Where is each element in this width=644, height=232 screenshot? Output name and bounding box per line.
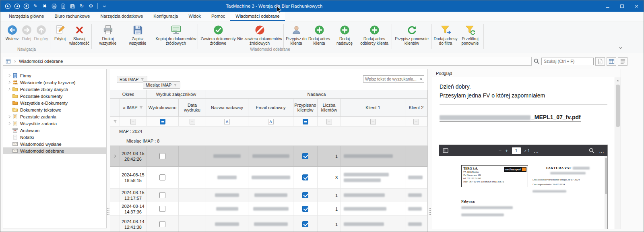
scroll-up-icon[interactable] [615,78,621,83]
document-icon[interactable] [59,2,67,10]
header-data-imap[interactable]: a IMAP [120,99,147,117]
assigned-checkbox[interactable] [302,153,308,159]
header-klient-2[interactable]: Klient 2 [405,99,427,117]
do-gory-button[interactable]: Do góry [33,23,49,41]
up-icon[interactable] [22,2,30,10]
header-data-wydru ku[interactable]: Data wydruku [179,99,206,117]
sidebar-item-pozostale-zadania[interactable]: Pozostałe zadania [3,113,106,120]
refresh-icon[interactable]: ↻ [78,2,86,10]
filter-cell[interactable] [179,117,206,126]
sidebar-item-dokumenty-tekstowe[interactable]: Dokumenty tekstowe [3,106,106,113]
dodaj-adres-klienta-button[interactable]: Dodaj adres klienta [308,23,331,46]
filter-cell[interactable] [405,117,427,126]
nie-zawiera-dokumentow-button[interactable]: Nie zawiera dokumentów źródłowych [237,23,282,46]
band-wydruk[interactable]: Wydruk załączników [147,90,206,99]
filter-cell[interactable] [318,117,341,126]
sidebar-item-archiwum[interactable]: Archiwum [3,127,106,134]
maximize-button[interactable] [615,0,629,12]
printed-checkbox[interactable] [159,153,165,159]
zawiera-dokumenty-button[interactable]: Zawiera dokumenty źródłowe [199,23,237,46]
filter-checkbox-indeterminate[interactable] [303,119,308,124]
open-document-button[interactable] [595,57,605,66]
header-nazwa-nadawcy[interactable]: Nazwa nadawcy [206,99,248,117]
expand-chevron-icon[interactable] [6,80,12,85]
filter-none-icon[interactable] [326,119,332,124]
tab-konfiguracja[interactable]: Konfiguracja [148,12,183,21]
table-row[interactable]: 2024-08-1414:37:36 1 [110,202,427,216]
ribbon-collapse-icon[interactable] [617,45,624,51]
sidebar-item-pozostale-dokumenty[interactable]: Pozostałe dokumenty [3,93,106,99]
filter-cell[interactable] [147,117,179,126]
zoom-out-icon[interactable]: − [498,148,502,153]
dalej-button[interactable]: Dalej [20,23,33,41]
assigned-checkbox[interactable] [302,192,308,198]
dodaj-adresy-do-filtra-button[interactable]: Dodaj adresy do filtra [433,23,458,46]
breadcrumb[interactable]: Wiadomości odebrane [3,57,532,66]
printed-checkbox[interactable] [159,174,165,180]
sidebar-item-wlasciciele[interactable]: Właściciele (osoby fizyczne) [3,79,106,86]
forward-icon[interactable] [13,2,21,10]
sidebar-item-e-dokumenty[interactable]: Wszystkie e-Dokumenty [3,99,106,106]
search-icon[interactable] [420,77,423,82]
printed-checkbox[interactable] [159,206,165,212]
filter-icon[interactable] [140,77,144,82]
przypisz-ponownie-button[interactable]: Przypisz ponownie klientów [393,23,430,46]
band-nadawca[interactable]: Nadawca [206,90,427,99]
zapisz-zalaczniki-button[interactable]: Zapisz wszystkie załączniki [123,23,153,46]
sidebar-item-wiadomosci-odebrane[interactable]: Wiadomości odebrane [3,147,106,154]
filter-none-icon[interactable] [190,119,195,124]
pdf-menu-icon[interactable]: … [599,148,604,153]
dodaj-adres-odbiorcy-button[interactable]: Dodaj adres odbiorcy klienta [358,23,390,46]
global-search-input[interactable] [541,58,594,65]
grid-search-input[interactable] [363,77,420,81]
group-chip-miesiac-imap[interactable]: Miesiąc IMAP [143,81,180,89]
assigned-checkbox[interactable] [302,206,308,212]
list-view-button[interactable] [618,57,627,66]
sidebar-item-notatki[interactable]: Notatki [3,134,106,141]
tab-biuro-rachunkowe[interactable]: Biuro rachunkowe [49,12,95,21]
edit-icon[interactable]: ✎ [31,2,39,10]
tab-widok[interactable]: Widok [183,12,206,21]
printed-checkbox[interactable] [159,221,165,227]
kopiuj-do-dokumentow-button[interactable]: Kopiuj do dokumentów źródłowych [155,23,196,46]
wstecz-button[interactable]: Wstecz [4,23,20,41]
attachment-link[interactable]: _MEPL1_07_fv.pdf [440,114,581,122]
band-okres[interactable]: Okres [110,90,147,99]
assigned-checkbox[interactable] [302,174,308,180]
print-icon[interactable] [50,2,58,10]
close-button[interactable] [629,0,644,12]
filter-cell[interactable] [341,117,405,126]
skasuj-wiadomosc-button[interactable]: Skasuj wiadomość [68,23,90,46]
expand-chevron-icon[interactable] [6,73,12,79]
minimize-button[interactable] [600,0,615,12]
tab-narzedzia-dodatkowe[interactable]: Narzędzia dodatkowe [95,12,149,21]
table-row[interactable]: 2024-08-1520:42:26 1 [110,146,427,167]
drukuj-zalaczniki-button[interactable]: Drukuj wszystkie załączniki [93,23,123,46]
splitter-handle[interactable] [428,207,432,217]
filter-checkbox-indeterminate[interactable] [160,119,165,124]
filter-icon[interactable] [173,83,178,87]
sidebar-item-pozostale-zbiory[interactable]: Pozostałe zbiory danych [3,86,106,93]
przefiltruj-ponownie-button[interactable]: Przefiltruj ponownie [458,23,482,46]
filter-text-icon[interactable] [224,119,230,124]
pdf-page-input[interactable] [512,147,521,154]
tab-narzedzia-glowne[interactable]: Narzędzia główne [4,12,49,21]
tab-pomoc[interactable]: Pomoc [206,12,230,21]
filter-text-icon[interactable] [268,119,274,124]
header-email-nadawcy[interactable]: Email nadawcy [248,99,293,117]
pdf-sidebar-toggle-icon[interactable] [442,147,449,154]
filter-icon[interactable] [139,106,143,110]
group-row-rok[interactable]: MAP : 2024 [110,126,427,136]
filter-cell[interactable] [293,117,318,126]
delete-icon[interactable]: ✖ [41,2,49,10]
gear-icon[interactable]: ⚙ [87,2,95,10]
qat-dropdown-icon[interactable] [100,2,108,10]
save-icon[interactable] [68,2,76,10]
sidebar-item-wszystkie-zadania[interactable]: Wszystkie zadania [3,120,106,127]
header-klient-1[interactable]: Klient 1 [341,99,405,117]
grid-search-box[interactable] [363,75,424,83]
expand-chevron-icon[interactable] [6,87,12,92]
zoom-in-icon[interactable]: + [505,148,508,153]
filter-cell[interactable] [206,117,248,126]
filter-cell[interactable] [120,117,147,126]
